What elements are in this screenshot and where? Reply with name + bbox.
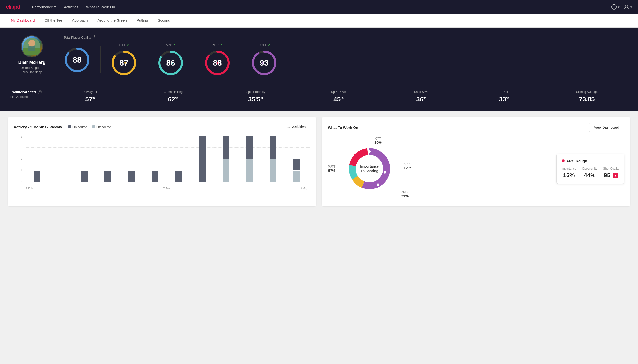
bar-group-11	[286, 136, 308, 182]
logo: clippd	[6, 4, 20, 10]
hero-section: Blair McHarg United Kingdom Plus Handica…	[0, 28, 638, 111]
ott-trend-icon: ↗	[126, 44, 129, 47]
ott-circle: 87	[110, 50, 137, 76]
bar-group-1	[50, 136, 72, 182]
wtwo-title: What To Work On	[328, 126, 358, 130]
bar-group-7	[191, 136, 213, 182]
player-handicap: Plus Handicap	[22, 70, 42, 74]
all-activities-button[interactable]: All Activities	[283, 123, 310, 131]
svg-point-27	[368, 150, 371, 153]
putt-score: 93	[260, 58, 269, 68]
donut-section: PUTT 57% OTT 10% APP 12% ARG 21%	[328, 137, 624, 200]
score-circles: 88 OTT ↗ 87	[64, 43, 628, 76]
bar-on-4	[128, 171, 135, 182]
tab-approach[interactable]: Approach	[67, 14, 93, 28]
avatar	[21, 36, 43, 58]
user-icon[interactable]: ▾	[623, 4, 632, 10]
bar-group-0	[26, 136, 48, 182]
bars-container	[24, 136, 310, 182]
bar-on-10	[270, 136, 276, 159]
bar-group-8	[215, 136, 237, 182]
tab-putting[interactable]: Putting	[132, 14, 153, 28]
trad-help-icon[interactable]: ?	[38, 90, 42, 94]
bar-group-10	[262, 136, 284, 182]
app-circle: 86	[157, 50, 184, 76]
ott-label: OTT 10%	[374, 137, 382, 144]
putt-trend-icon: ↗	[268, 44, 270, 47]
stat-sand-save: Sand Save 36%	[380, 90, 463, 103]
activity-card-header: Activity - 3 Months - Weekly On course O…	[14, 123, 310, 131]
main-nav: Performance ▾ Activities What To Work On	[32, 5, 115, 9]
tabs-bar: My Dashboard Off the Tee Approach Around…	[0, 14, 638, 28]
add-icon[interactable]: ▾	[611, 4, 620, 10]
trad-stats-items: Fairways Hit 57% Greens In Reg 62% App. …	[49, 90, 628, 103]
main-content: Activity - 3 Months - Weekly On course O…	[0, 111, 638, 212]
total-quality-label: Total Player Quality ?	[64, 36, 628, 39]
arg-score: 88	[213, 58, 222, 68]
app-label: APP 12%	[404, 162, 411, 170]
bar-on-7	[199, 136, 206, 182]
legend-off-course: Off course	[92, 125, 111, 129]
tab-scoring[interactable]: Scoring	[153, 14, 175, 28]
tab-around-the-green[interactable]: Around the Green	[93, 14, 132, 28]
help-icon[interactable]: ?	[93, 36, 96, 39]
bar-on-3	[104, 171, 111, 182]
wtwo-header: What To Work On View Dashboard	[328, 123, 624, 132]
bar-on-6	[175, 171, 182, 182]
score-arg: ARG ↗ 88	[194, 43, 241, 76]
bar-on-5	[151, 171, 158, 182]
metric-importance: Importance 16%	[562, 167, 576, 179]
arg-trend-icon: ↗	[220, 44, 223, 47]
svg-point-28	[384, 171, 386, 174]
stat-fairways-hit: Fairways Hit 57%	[49, 90, 132, 103]
off-course-dot	[92, 126, 95, 128]
nav-activities[interactable]: Activities	[64, 5, 78, 9]
player-info: Blair McHarg United Kingdom Plus Handica…	[10, 36, 54, 74]
donut-chart: Importance To Scoring	[347, 147, 391, 191]
nav-performance[interactable]: Performance ▾	[32, 5, 56, 9]
bar-on-0	[34, 171, 40, 182]
activity-legend: On course Off course	[68, 125, 111, 129]
bar-group-2	[73, 136, 95, 182]
bar-off-10	[270, 160, 276, 182]
arg-label: ARG 21%	[401, 190, 408, 198]
what-to-work-on-card: What To Work On View Dashboard PUTT 57% …	[322, 117, 630, 206]
bar-group-3	[97, 136, 119, 182]
header-right: ▾ ▾	[611, 4, 632, 10]
bar-off-9	[246, 160, 253, 182]
stat-greens-in-reg: Greens In Reg 62%	[132, 90, 215, 103]
tab-off-the-tee[interactable]: Off the Tee	[40, 14, 67, 28]
total-score: 88	[73, 55, 82, 64]
player-country: United Kingdom	[21, 66, 43, 70]
metric-opportunity: Opportunity 44%	[582, 167, 597, 179]
legend-on-course: On course	[68, 125, 87, 129]
tab-my-dashboard[interactable]: My Dashboard	[6, 14, 40, 28]
nav-what-to-work-on[interactable]: What To Work On	[86, 5, 115, 9]
score-app: APP ↗ 86	[147, 43, 194, 76]
bar-on-9	[246, 136, 253, 159]
stat-scoring-avg: Scoring Average 73.85	[545, 90, 628, 103]
player-name: Blair McHarg	[18, 60, 45, 65]
scores-section: Total Player Quality ? 88	[64, 36, 628, 76]
y-axis: 4 3 2 1 0	[14, 136, 22, 182]
total-circle: 88	[64, 46, 91, 73]
activity-card: Activity - 3 Months - Weekly On course O…	[8, 117, 316, 206]
bar-group-5	[144, 136, 166, 182]
bar-group-4	[120, 136, 142, 182]
activity-card-title: Activity - 3 Months - Weekly	[14, 125, 62, 129]
header: clippd Performance ▾ Activities What To …	[0, 0, 638, 14]
bar-on-8	[223, 136, 230, 159]
x-axis: 7 Feb 28 Mar 9 May	[24, 187, 310, 190]
arg-circle: 88	[204, 50, 231, 76]
score-total: 88	[64, 46, 101, 73]
on-course-dot	[68, 126, 71, 128]
score-putt: PUTT ↗ 93	[241, 43, 287, 76]
metric-shot-quality: Shot Quality 95 ▼	[603, 167, 619, 179]
info-metrics: Importance 16% Opportunity 44% Shot Qual…	[562, 167, 619, 179]
view-dashboard-button[interactable]: View Dashboard	[589, 123, 624, 132]
svg-rect-7	[28, 46, 36, 51]
bar-off-11	[293, 171, 300, 182]
red-circle-icon	[562, 160, 565, 162]
stat-app-proximity: App. Proximity 35'5"	[215, 90, 297, 103]
traditional-stats: Traditional Stats ? Last 20 rounds Fairw…	[10, 90, 628, 103]
